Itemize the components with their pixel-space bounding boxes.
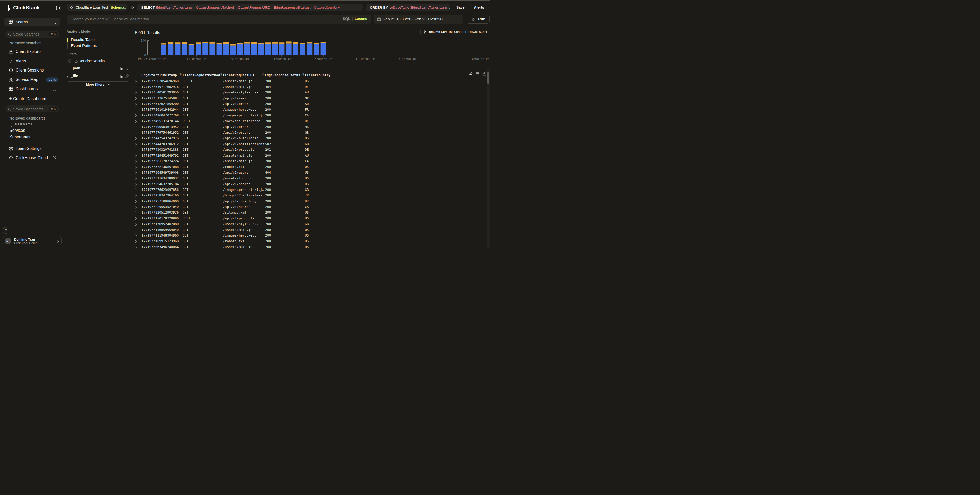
column-header[interactable]: ClientRequestURI — [223, 73, 254, 77]
sidebar-item-create-dashboard[interactable]: Create Dashboard — [0, 94, 64, 103]
column-header[interactable]: EdgeStartTimestamp — [142, 73, 177, 77]
row-expander-icon[interactable] — [135, 154, 137, 157]
sidebar-item-kubernetes[interactable]: Kubernetes — [10, 135, 30, 140]
table-row[interactable]: 1771977372136857088GET/robots.txt200US — [132, 164, 487, 170]
row-expander-icon[interactable] — [135, 143, 137, 145]
sidebar-item-service-map[interactable]: Service MapBETA — [0, 75, 64, 84]
scrollbar-thumb[interactable] — [487, 72, 489, 84]
order-by-clause[interactable]: ORDER BY toDateTime(EdgeStartTimestamp / — [366, 4, 450, 11]
table-row[interactable]: 1771977430320741888GET/api/v1/products20… — [132, 147, 487, 153]
select-clause[interactable]: SELECT EdgeStartTimestamp, ClientRequest… — [137, 4, 363, 11]
table-row[interactable]: 1771977549717662976GET/assets/main.js404… — [132, 84, 487, 90]
row-expander-icon[interactable] — [135, 166, 137, 168]
table-row[interactable]: 1771977276623097856GET/images/products/1… — [132, 187, 487, 193]
table-row[interactable]: 1771977381128724224PUT/assets/main.js200… — [132, 158, 487, 164]
row-expander-icon[interactable] — [135, 205, 137, 209]
table-row[interactable]: 1771977170170320896POST/api/v1/products2… — [132, 216, 487, 221]
help-button[interactable]: ? — [3, 227, 9, 234]
row-expander-icon[interactable] — [135, 200, 137, 202]
table-row[interactable]: 1771977540501293056GET/assets/styles.css… — [132, 90, 487, 95]
mode-results-table[interactable]: Results Table — [71, 37, 95, 42]
event-search-input[interactable]: Search your events w/ Lucene ex. column:… — [67, 14, 371, 24]
presets-toggle[interactable]: PRESETS — [0, 123, 64, 127]
sql-toggle[interactable]: SQL — [343, 17, 350, 21]
row-expander-icon[interactable] — [135, 131, 137, 134]
denoise-label[interactable]: Denoise Results — [79, 59, 105, 63]
row-expander-icon[interactable] — [135, 103, 137, 105]
sidebar-item-search[interactable]: Search — [4, 18, 60, 26]
row-expander-icon[interactable] — [135, 120, 137, 123]
column-header[interactable]: EdgeResponseStatus — [265, 73, 300, 77]
saved-searches-input[interactable]: Saved Searches ⌘ K — [5, 31, 59, 38]
mode-event-patterns[interactable]: Event Patterns — [71, 43, 97, 48]
sidebar-item-clickhouse-cloud[interactable]: ClickHouse Cloud — [0, 153, 64, 162]
table-row[interactable]: 1771977562054696960DELETE/assets/main.js… — [132, 78, 487, 84]
row-expander-icon[interactable] — [135, 228, 137, 231]
table-row[interactable]: 1771977490563613952GET/api/v1/orders200M… — [132, 124, 487, 130]
row-expander-icon[interactable] — [135, 245, 137, 247]
row-expander-icon[interactable] — [135, 177, 137, 180]
table-row[interactable]: 1771977364549739008GET/api/v1/users404US — [132, 170, 487, 175]
row-expander-icon[interactable] — [135, 114, 137, 117]
column-drag-handle-icon[interactable]: ⠿ — [220, 73, 223, 76]
row-expander-icon[interactable] — [135, 188, 137, 191]
table-row[interactable]: 1771977258347964160GET/blog/2025/01/rele… — [132, 193, 487, 199]
row-expander-icon[interactable] — [135, 211, 137, 214]
bar-chart-icon[interactable] — [119, 67, 123, 70]
table-row[interactable]: 1771977479754461952GET/api/v1/orders200G… — [132, 130, 487, 135]
table-row[interactable]: 1771977429451649792GET/assets/main.js200… — [132, 153, 487, 158]
pin-icon[interactable] — [125, 74, 129, 78]
alerts-button[interactable]: Alerts — [471, 4, 487, 11]
row-expander-icon[interactable] — [135, 108, 137, 111]
lucene-toggle[interactable]: Lucene — [355, 17, 367, 21]
sidebar-item-team-settings[interactable]: Team Settings — [0, 144, 64, 153]
row-expander-icon[interactable] — [135, 194, 137, 197]
table-row[interactable]: 1771977257100864000GET/api/v1/inventory2… — [132, 199, 487, 204]
saved-dashboards-input[interactable]: Saved Dashboards ⌘ K — [5, 105, 59, 112]
row-expander-icon[interactable] — [135, 126, 137, 128]
row-expander-icon[interactable] — [135, 85, 137, 88]
table-row[interactable]: 1771977150952462080GET/assets/styles.css… — [132, 221, 487, 227]
row-expander-icon[interactable] — [135, 148, 137, 151]
source-selector[interactable]: Cloudflare Logs Test Schema — [67, 4, 127, 11]
save-button[interactable]: Save — [453, 4, 468, 11]
user-profile-card[interactable]: DT Dominic Tran ClickStack Demo — [3, 236, 62, 245]
table-row[interactable]: 1771977513675145984GET/api/v1/search200M… — [132, 95, 487, 101]
vertical-scrollbar[interactable] — [487, 69, 490, 247]
table-row[interactable]: 1771977225553527040GET/api/v1/search200C… — [132, 204, 487, 210]
sidebar-item-chart-explorer[interactable]: Chart Explorer — [0, 47, 64, 56]
table-row[interactable]: 1771977111948904960GET/images/hero.webp2… — [132, 233, 487, 239]
sidebar-item-services[interactable]: Services — [10, 128, 25, 133]
table-row[interactable]: 1771977220512903936GET/sitemap.xml200US — [132, 210, 487, 216]
filter-field-path[interactable]: _path — [67, 66, 130, 71]
row-expander-icon[interactable] — [135, 217, 137, 220]
row-expander-icon[interactable] — [135, 137, 137, 140]
row-expander-icon[interactable] — [135, 223, 137, 226]
column-header[interactable]: ClientCountry — [305, 73, 331, 77]
table-row[interactable]: 1771977512627859200GET/api/v1/orders200A… — [132, 102, 487, 107]
sidebar-item-alerts[interactable]: Alerts — [0, 56, 64, 66]
table-row[interactable]: 1771977311634380032GET/assets/logo.png20… — [132, 176, 487, 181]
row-expander-icon[interactable] — [135, 160, 137, 162]
table-row[interactable]: 1771977501019442944GET/images/hero.webp2… — [132, 107, 487, 113]
table-row[interactable]: 1771977294632285184GET/api/v1/search200U… — [132, 181, 487, 187]
source-settings-gear-icon[interactable] — [130, 6, 134, 10]
denoise-checkbox[interactable] — [68, 59, 72, 62]
table-row[interactable]: 1771977444703206912GET/api/v1/notificati… — [132, 141, 487, 147]
table-row[interactable]: 1771977495137478144POST/docs/api-referen… — [132, 118, 487, 124]
resume-live-tail-button[interactable]: Resume Live Tail — [420, 29, 454, 35]
row-expander-icon[interactable] — [135, 97, 137, 100]
table-row[interactable]: 1771977447543742976GET/api/v1/auth/login… — [132, 135, 487, 141]
column-header[interactable]: ClientRequestMethod — [183, 73, 220, 77]
filter-field-file[interactable]: _file — [67, 74, 130, 79]
run-button[interactable]: Run — [466, 14, 490, 24]
row-expander-icon[interactable] — [135, 240, 137, 243]
results-histogram[interactable]: 2400Feb 23 4:00:00 PM11:00:00 PM5:00:00 … — [132, 38, 490, 62]
row-expander-icon[interactable] — [135, 80, 137, 83]
date-range-picker[interactable]: Feb 23 16:38:20 - Feb 25 16:38:20 — [374, 14, 463, 24]
pin-icon[interactable] — [125, 67, 129, 70]
table-row[interactable]: 1771977496047072768GET/images/products/2… — [132, 113, 487, 118]
column-drag-handle-icon[interactable]: ⠿ — [180, 73, 182, 76]
sidebar-item-dashboards[interactable]: Dashboards — [0, 84, 64, 94]
table-row[interactable]: 1771977063496248064GET/assets/main.js200… — [132, 244, 487, 247]
